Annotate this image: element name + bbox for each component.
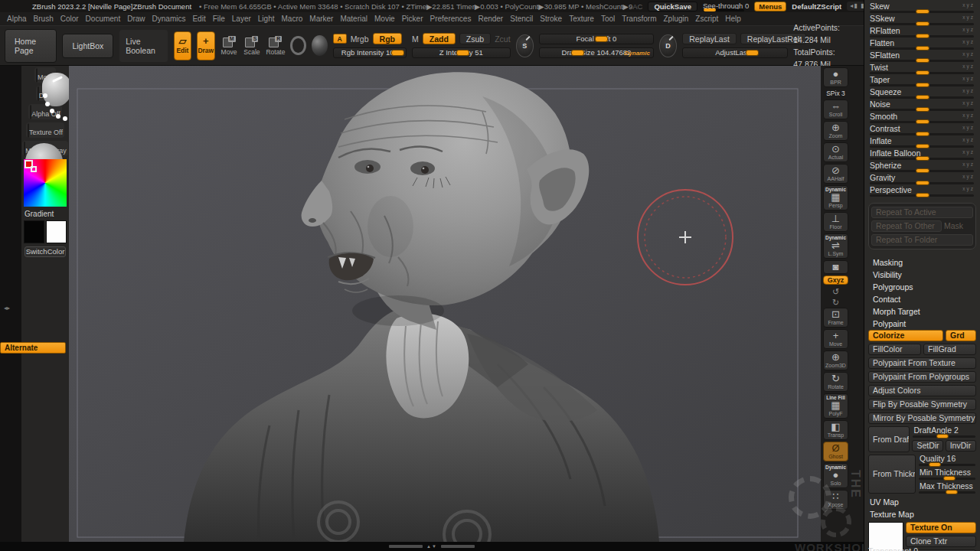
menu-item[interactable]: Draw xyxy=(127,15,145,23)
frame-button[interactable]: ⊡ Frame xyxy=(823,308,848,328)
bottom-divider-arrows-icon[interactable]: ▲▼ xyxy=(426,544,437,549)
brush-ring-icon[interactable] xyxy=(290,36,306,55)
texture-off-thumbnail[interactable] xyxy=(28,123,29,138)
replay-last-button[interactable]: ReplayLast xyxy=(682,33,737,44)
quality-slider[interactable]: Quality 16 xyxy=(918,455,976,466)
axis-toggle-icons[interactable]: xyz xyxy=(962,186,975,191)
axis-toggle-icons[interactable]: xyz xyxy=(962,15,975,20)
matcap-gray-thumbnail[interactable] xyxy=(24,142,25,156)
menu-item[interactable]: Document xyxy=(86,15,121,23)
axis-toggle-icons[interactable]: xyz xyxy=(962,174,975,179)
deformation-slider[interactable]: Gravity xyz xyxy=(868,173,976,185)
main-color-swatch[interactable] xyxy=(24,220,44,243)
deformation-slider[interactable]: RFlatten xyz xyxy=(868,26,976,38)
tool-subpalette-header[interactable]: Morph Target xyxy=(868,305,976,318)
deformation-slider[interactable]: Flatten xyz xyxy=(868,38,976,51)
mrgb-button[interactable]: Mrgb xyxy=(351,34,369,44)
current-brush-tile[interactable]: Move xyxy=(34,67,56,83)
menu-item[interactable]: Edit xyxy=(192,15,205,23)
live-boolean-button[interactable]: Live Boolean xyxy=(119,29,168,63)
deformation-slider[interactable]: Noise xyz xyxy=(868,99,976,112)
repeat-to-active-button[interactable]: Repeat To Active xyxy=(871,207,973,218)
deformation-slider[interactable]: Taper xyz xyxy=(868,75,976,87)
deformation-slider[interactable]: Perspective xyz xyxy=(868,185,976,197)
lightbox-button[interactable]: LightBox xyxy=(62,34,113,58)
see-through-slider[interactable]: See-through 0 xyxy=(703,2,749,11)
deformation-slider[interactable]: SSkew xyz xyxy=(868,14,976,26)
current-material-tile[interactable]: MatCap Gray xyxy=(22,141,68,156)
tool-subpalette-header[interactable]: Contact xyxy=(868,293,976,305)
scroll-button[interactable]: ⇔ Scroll xyxy=(823,99,848,119)
from-draft-button[interactable]: From Draft xyxy=(868,426,910,452)
rotate-canvas-button[interactable]: ↻ Rotate xyxy=(823,372,848,392)
menu-item[interactable]: Render xyxy=(478,15,503,23)
menu-item[interactable]: Movie xyxy=(374,15,395,23)
rgb-intensity-handle[interactable] xyxy=(391,50,404,56)
fillcolor-button[interactable]: FillColor xyxy=(868,344,921,355)
texture-map-button[interactable]: Texture On xyxy=(906,522,976,533)
deformation-slider[interactable]: Twist xyz xyxy=(868,63,976,75)
deformation-slider[interactable]: Skew xyz xyxy=(868,2,976,14)
quicksave-button[interactable]: QuickSave xyxy=(648,2,697,11)
scale-button[interactable]: S Scale xyxy=(243,31,260,60)
menu-item[interactable]: Help xyxy=(725,15,741,23)
min-thickness-slider[interactable]: Min Thickness xyxy=(918,468,976,480)
menu-item[interactable]: Stroke xyxy=(540,15,562,23)
z-intensity-handle[interactable] xyxy=(456,50,469,56)
fillgrad-button[interactable]: FillGrad xyxy=(923,344,976,355)
zsub-button[interactable]: Zsub xyxy=(459,33,491,44)
axis-toggle-icons[interactable]: xyz xyxy=(962,137,975,142)
rgb-intensity-slider[interactable]: Rgb Intensity 100 xyxy=(333,47,407,58)
switch-color-button[interactable]: SwitchColor xyxy=(24,246,66,257)
repeat-to-folder-button[interactable]: Repeat To Folder xyxy=(871,234,973,246)
slider-handle[interactable] xyxy=(916,193,929,197)
repeat-to-other-button[interactable]: Repeat To Other xyxy=(871,220,942,232)
current-alpha-tile[interactable]: Alpha Off xyxy=(28,104,61,119)
deformation-slider[interactable]: Contrast xyz xyxy=(868,124,976,136)
texture-map-button[interactable]: Clone Txtr xyxy=(906,536,976,547)
actual-button[interactable]: ⊙ Actual xyxy=(823,142,848,162)
max-thickness-slider[interactable]: Max Thickness xyxy=(918,482,976,494)
gradient-label[interactable]: Gradient xyxy=(24,210,54,218)
axis-toggle-icons[interactable]: xyz xyxy=(962,76,975,81)
depth-knob[interactable]: D xyxy=(659,34,677,57)
draw-size-slider[interactable]: Draw Size 104.47682 Dynamic xyxy=(539,47,654,58)
menu-item[interactable]: Alpha xyxy=(7,15,27,23)
axis-toggle-icons[interactable]: xyz xyxy=(962,100,975,106)
draft-angle-slider[interactable]: DraftAngle 2 xyxy=(912,426,976,438)
color-picker[interactable] xyxy=(24,159,67,207)
alternate-button[interactable]: Alternate xyxy=(0,342,66,354)
material-preview-icon[interactable] xyxy=(312,35,328,56)
edit-button[interactable]: ▱ Edit xyxy=(174,31,191,60)
invdir-button[interactable]: InvDir xyxy=(946,440,976,452)
secondary-color-swatch[interactable] xyxy=(46,220,67,243)
polypaint-header[interactable]: Polypaint xyxy=(868,318,976,330)
move-brush-thumbnail[interactable] xyxy=(36,68,38,83)
polypaint-from-polygroups-button[interactable]: Polypaint From Polygroups xyxy=(868,371,976,383)
rgb-button[interactable]: Rgb xyxy=(373,33,402,44)
uv-map-header[interactable]: UV Map xyxy=(868,496,976,508)
lsym-button[interactable]: Dynamic ⇌ L.Sym xyxy=(823,233,848,259)
axis-toggle-icons[interactable]: xyz xyxy=(962,51,975,57)
tool-subpalette-header[interactable]: Masking xyxy=(868,256,976,269)
dynamic-label[interactable]: Dynamic xyxy=(625,49,650,58)
mask-label[interactable]: Mask xyxy=(944,220,963,232)
adjust-last-slider[interactable]: AdjustLast 1 xyxy=(682,47,788,58)
texture-map-header[interactable]: Texture Map xyxy=(868,508,976,520)
menu-item[interactable]: Brush xyxy=(34,15,54,23)
persp-button[interactable]: Dynamic ▦ Persp xyxy=(823,185,848,210)
menu-item[interactable]: Picker xyxy=(402,15,423,23)
deformation-slider[interactable]: SFlatten xyz xyxy=(868,51,976,63)
see-through-handle[interactable] xyxy=(704,8,716,11)
home-page-button[interactable]: Home Page xyxy=(5,29,57,63)
bottom-divider-bar[interactable] xyxy=(441,545,475,548)
adjust-last-handle[interactable] xyxy=(746,50,759,56)
redo-button[interactable]: ↻ xyxy=(823,297,848,308)
spix-slider[interactable]: SPix 3 xyxy=(823,89,848,98)
menu-item[interactable]: Texture xyxy=(569,15,594,23)
menu-item[interactable]: Stencil xyxy=(510,15,533,23)
deformation-slider[interactable]: Smooth xyz xyxy=(868,112,976,124)
undo-button[interactable]: ↺ xyxy=(823,286,848,297)
menu-item[interactable]: Material xyxy=(340,15,368,23)
tool-subpalette-header[interactable]: Polygroups xyxy=(868,281,976,293)
